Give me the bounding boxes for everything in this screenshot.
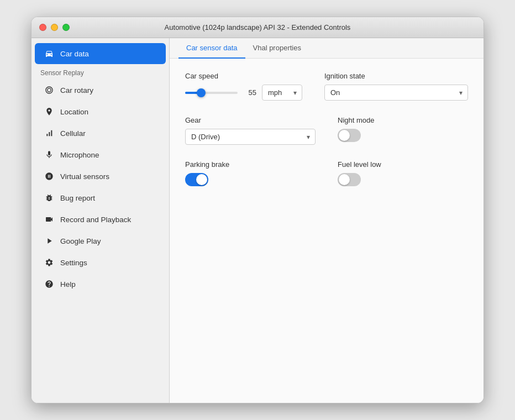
maximize-button[interactable] bbox=[62, 24, 70, 31]
night-mode-toggle-knob bbox=[339, 130, 350, 141]
sidebar-item-cellular-label: Cellular bbox=[60, 129, 86, 138]
gear-select[interactable]: P (Park) R (Reverse) N (Neutral) D (Driv… bbox=[185, 129, 316, 145]
sidebar-item-record-playback-label: Record and Playback bbox=[60, 216, 131, 224]
fuel-level-low-label: Fuel level low bbox=[338, 160, 468, 169]
sidebar-item-help-label: Help bbox=[60, 280, 76, 288]
field-row-3: Parking brake Fuel level low bbox=[185, 160, 468, 186]
fuel-level-low-toggle-knob bbox=[339, 174, 350, 185]
car-icon bbox=[44, 48, 55, 59]
car-speed-label: Car speed bbox=[185, 72, 302, 80]
speed-slider[interactable] bbox=[185, 92, 238, 94]
tabs-bar: Car sensor data Vhal properties bbox=[170, 38, 484, 59]
virtual-sensors-icon bbox=[44, 171, 55, 182]
location-icon bbox=[44, 106, 55, 117]
minimize-button[interactable] bbox=[51, 24, 58, 31]
night-mode-toggle[interactable] bbox=[338, 129, 361, 142]
field-gear: Gear P (Park) R (Reverse) N (Neutral) D … bbox=[185, 116, 316, 145]
speed-control: 55 mph km/h ▾ bbox=[185, 85, 302, 101]
content-area: Car sensor data Vhal properties Car spee… bbox=[170, 38, 484, 403]
rotary-icon bbox=[44, 85, 55, 96]
panel-car-sensor-data: Car speed 55 mph km/h bbox=[170, 59, 484, 403]
main-content: Car data Sensor Replay Car rotary bbox=[31, 38, 484, 403]
sidebar-item-help[interactable]: Help bbox=[35, 274, 166, 295]
speed-unit-select-wrapper: mph km/h ▾ bbox=[262, 85, 302, 101]
sidebar-item-cellular[interactable]: Cellular bbox=[35, 123, 166, 144]
sidebar-item-car-data-label: Car data bbox=[60, 50, 89, 58]
sidebar-item-microphone-label: Microphone bbox=[60, 151, 99, 159]
sidebar-item-settings[interactable]: Settings bbox=[35, 252, 166, 273]
sidebar-item-car-rotary[interactable]: Car rotary bbox=[35, 80, 166, 101]
ignition-select-wrapper: Off Accessory On Start ▾ bbox=[324, 85, 468, 101]
fuel-level-low-toggle[interactable] bbox=[338, 173, 361, 186]
sidebar-item-location[interactable]: Location bbox=[35, 101, 166, 122]
field-fuel-level-low: Fuel level low bbox=[338, 160, 468, 186]
fuel-level-low-toggle-wrapper bbox=[338, 173, 468, 186]
sidebar-section-label: Sensor Replay bbox=[31, 65, 169, 79]
field-row-2: Gear P (Park) R (Reverse) N (Neutral) D … bbox=[185, 116, 468, 145]
sidebar: Car data Sensor Replay Car rotary bbox=[31, 38, 170, 403]
field-parking-brake: Parking brake bbox=[185, 160, 316, 186]
parking-brake-label: Parking brake bbox=[185, 160, 316, 169]
cellular-icon bbox=[44, 128, 55, 139]
field-car-speed: Car speed 55 mph km/h bbox=[185, 72, 302, 101]
titlebar-buttons bbox=[39, 24, 70, 31]
titlebar: Automotive (1024p landscape) API 32 - Ex… bbox=[31, 17, 484, 38]
sidebar-item-location-label: Location bbox=[60, 108, 88, 116]
field-night-mode: Night mode bbox=[338, 116, 468, 145]
sidebar-item-settings-label: Settings bbox=[60, 259, 87, 267]
sidebar-item-bug-report[interactable]: Bug report bbox=[35, 187, 166, 208]
bug-icon bbox=[44, 192, 55, 203]
close-button[interactable] bbox=[39, 24, 46, 31]
gear-label: Gear bbox=[185, 116, 316, 124]
main-window: Automotive (1024p landscape) API 32 - Ex… bbox=[31, 17, 484, 403]
sidebar-item-microphone[interactable]: Microphone bbox=[35, 144, 166, 165]
sidebar-item-virtual-sensors-label: Virtual sensors bbox=[60, 172, 109, 181]
night-mode-toggle-wrapper bbox=[338, 129, 468, 142]
record-icon bbox=[44, 214, 55, 225]
tab-car-sensor-data[interactable]: Car sensor data bbox=[178, 38, 245, 59]
ignition-state-label: Ignition state bbox=[324, 72, 468, 80]
parking-brake-toggle[interactable] bbox=[185, 173, 208, 186]
parking-brake-toggle-wrapper bbox=[185, 173, 316, 186]
sidebar-item-google-play[interactable]: Google Play bbox=[35, 230, 166, 251]
sidebar-item-car-rotary-label: Car rotary bbox=[60, 86, 93, 95]
gear-select-wrapper: P (Park) R (Reverse) N (Neutral) D (Driv… bbox=[185, 129, 316, 145]
tab-vhal-properties[interactable]: Vhal properties bbox=[245, 38, 309, 59]
speed-unit-select[interactable]: mph km/h bbox=[262, 85, 302, 101]
ignition-state-select[interactable]: Off Accessory On Start bbox=[324, 85, 468, 101]
night-mode-label: Night mode bbox=[338, 116, 468, 124]
sidebar-item-bug-report-label: Bug report bbox=[60, 194, 95, 202]
field-ignition-state: Ignition state Off Accessory On Start ▾ bbox=[324, 72, 468, 101]
speed-value: 55 bbox=[243, 88, 256, 97]
window-title: Automotive (1024p landscape) API 32 - Ex… bbox=[165, 23, 351, 32]
sidebar-item-virtual-sensors[interactable]: Virtual sensors bbox=[35, 166, 166, 187]
field-row-1: Car speed 55 mph km/h bbox=[185, 72, 468, 101]
speed-slider-thumb[interactable] bbox=[197, 88, 206, 97]
microphone-icon bbox=[44, 149, 55, 160]
sidebar-item-google-play-label: Google Play bbox=[60, 237, 101, 245]
sidebar-item-record-playback[interactable]: Record and Playback bbox=[35, 209, 166, 230]
google-play-icon bbox=[44, 235, 55, 246]
settings-icon bbox=[44, 257, 55, 268]
sidebar-item-car-data[interactable]: Car data bbox=[35, 43, 166, 64]
parking-brake-toggle-knob bbox=[196, 174, 207, 185]
help-icon bbox=[44, 279, 55, 290]
